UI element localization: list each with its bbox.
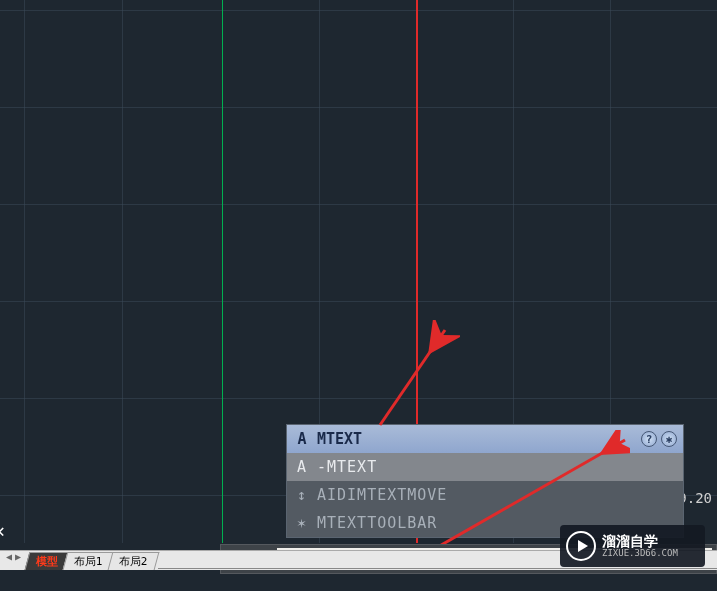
autocomplete-item-label: AIDIMTEXTMOVE xyxy=(317,486,447,504)
autocomplete-selected-row[interactable]: A MTEXT ? ✱ xyxy=(287,425,683,453)
tab-scroll-right-icon[interactable]: ▶ xyxy=(15,551,21,562)
dimension-icon: ↕ xyxy=(293,486,311,504)
autocomplete-item-label: MTEXTTOOLBAR xyxy=(317,514,437,532)
close-icon[interactable]: ✕ xyxy=(0,520,5,541)
tab-scroll-left-icon[interactable]: ◀ xyxy=(6,551,12,562)
help-icon[interactable]: ? xyxy=(641,431,657,447)
gear-icon: ✶ xyxy=(293,514,311,532)
watermark-title: 溜溜自学 xyxy=(602,534,678,548)
y-axis-line xyxy=(222,0,223,543)
watermark-url: ZIXUE.3D66.COM xyxy=(602,548,678,558)
watermark: 溜溜自学 ZIXUE.3D66.COM xyxy=(560,525,705,567)
autocomplete-selected-label: MTEXT xyxy=(317,430,362,448)
autocomplete-item[interactable]: A -MTEXT xyxy=(287,453,683,481)
play-icon xyxy=(566,531,596,561)
autocomplete-item-label: -MTEXT xyxy=(317,458,377,476)
tab-layout1[interactable]: 布局1 xyxy=(63,552,114,570)
autocomplete-item[interactable]: ↕ AIDIMTEXTMOVE xyxy=(287,481,683,509)
command-autocomplete-panel: A MTEXT ? ✱ A -MTEXT ↕ AIDIMTEXTMOVE ✶ M… xyxy=(286,424,684,538)
tab-layout2[interactable]: 布局2 xyxy=(107,552,158,570)
text-command-icon: A xyxy=(293,430,311,448)
text-command-icon: A xyxy=(293,458,311,476)
search-globe-icon[interactable]: ✱ xyxy=(661,431,677,447)
